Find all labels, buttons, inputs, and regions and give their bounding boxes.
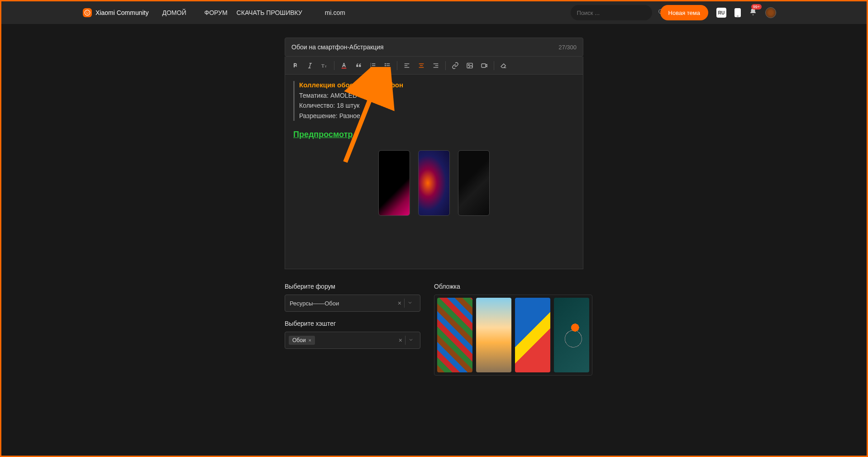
- cover-option-2[interactable]: [476, 298, 511, 372]
- forum-select[interactable]: Ресурсы——Обои ×: [285, 295, 420, 312]
- image-button[interactable]: [463, 59, 477, 72]
- align-left-button[interactable]: [400, 59, 414, 72]
- align-center-button[interactable]: [415, 59, 428, 72]
- post-title-input[interactable]: [291, 43, 558, 51]
- forum-select-label: Выберите форум: [285, 283, 420, 290]
- quote-line-count: Количество: 18 штук: [299, 100, 575, 110]
- svg-text:T: T: [325, 65, 327, 68]
- hashtag-clear-icon[interactable]: ×: [396, 337, 405, 344]
- svg-rect-10: [342, 67, 347, 68]
- ordered-list-button[interactable]: 123: [366, 59, 380, 72]
- link-button[interactable]: [448, 59, 462, 72]
- brand-text: Xiaomi Community: [95, 9, 148, 16]
- forum-clear-icon[interactable]: ×: [395, 300, 404, 307]
- unordered-list-button[interactable]: [381, 59, 394, 72]
- align-right-button[interactable]: [429, 59, 443, 72]
- search-input[interactable]: [577, 10, 653, 16]
- hashtag-chip: Обои ×: [289, 336, 315, 345]
- nav-forum[interactable]: ФОРУМ: [204, 9, 227, 16]
- nav-firmware[interactable]: СКАЧАТЬ ПРОШИВКУ: [237, 9, 302, 16]
- svg-point-0: [85, 10, 90, 15]
- cover-option-4[interactable]: [554, 298, 589, 372]
- svg-point-33: [468, 64, 470, 66]
- svg-text:3: 3: [370, 66, 372, 68]
- svg-rect-34: [482, 64, 486, 67]
- cover-picker: [434, 295, 592, 376]
- notification-count: 99+: [751, 4, 762, 10]
- quote-title: Коллекция обоев на смартфон: [299, 81, 575, 89]
- wallpaper-thumb-2[interactable]: [418, 150, 450, 216]
- svg-point-2: [88, 12, 89, 13]
- quote-line-theme: Тематика: AMOLED: [299, 90, 575, 100]
- chevron-down-icon[interactable]: [405, 336, 416, 344]
- eraser-button[interactable]: [497, 59, 510, 72]
- italic-button[interactable]: [303, 59, 317, 72]
- top-header: Xiaomi Community ДОМОЙ ФОРУМ СКАЧАТЬ ПРО…: [1, 1, 867, 24]
- hashtag-chip-label: Обои: [292, 337, 306, 343]
- brand-logo[interactable]: Xiaomi Community: [83, 8, 148, 17]
- search-box[interactable]: [571, 5, 652, 20]
- svg-text:T: T: [321, 63, 324, 68]
- preview-heading: Предпросмотр: [293, 130, 575, 139]
- svg-point-1: [86, 12, 87, 13]
- hashtag-select[interactable]: Обои × ×: [285, 332, 420, 349]
- title-field-wrap: 27/300: [285, 38, 583, 57]
- nav-home[interactable]: ДОМОЙ: [162, 9, 186, 16]
- svg-point-20: [385, 63, 386, 64]
- wallpaper-preview-row: [293, 150, 575, 216]
- phone-icon[interactable]: [734, 8, 741, 17]
- forum-select-value: Ресурсы——Обои: [290, 300, 395, 307]
- wallpaper-thumb-1[interactable]: [378, 150, 410, 216]
- cover-option-3[interactable]: [515, 298, 550, 372]
- svg-point-22: [385, 67, 386, 67]
- nav-micom[interactable]: mi.com: [325, 9, 345, 16]
- video-button[interactable]: [477, 59, 491, 72]
- editor-content[interactable]: Коллекция обоев на смартфон Тематика: AM…: [285, 75, 583, 269]
- quote-block: Коллекция обоев на смартфон Тематика: AM…: [293, 81, 575, 121]
- char-counter: 27/300: [558, 44, 577, 51]
- quote-button[interactable]: [352, 59, 365, 72]
- notifications-button[interactable]: 99+: [749, 8, 757, 18]
- new-topic-button[interactable]: Новая тема: [660, 5, 708, 20]
- cover-label: Обложка: [434, 283, 592, 290]
- user-avatar[interactable]: [765, 7, 776, 18]
- bell-icon: [749, 10, 757, 17]
- chevron-down-icon[interactable]: [405, 299, 415, 307]
- hashtag-select-label: Выберите хэштег: [285, 320, 420, 327]
- wallpaper-thumb-3[interactable]: [458, 150, 490, 216]
- editor-toolbar: TT 123: [285, 57, 583, 75]
- bold-button[interactable]: [289, 59, 302, 72]
- textcolor-button[interactable]: [337, 59, 351, 72]
- language-badge[interactable]: RU: [716, 8, 726, 18]
- fontsize-button[interactable]: TT: [318, 59, 331, 72]
- svg-line-7: [310, 63, 311, 68]
- hashtag-remove-icon[interactable]: ×: [309, 338, 311, 343]
- cover-option-1[interactable]: [437, 298, 472, 372]
- mi-logo-icon: [83, 8, 92, 17]
- quote-line-resolution: Разрешение: Разное: [299, 111, 575, 121]
- svg-point-21: [385, 65, 386, 66]
